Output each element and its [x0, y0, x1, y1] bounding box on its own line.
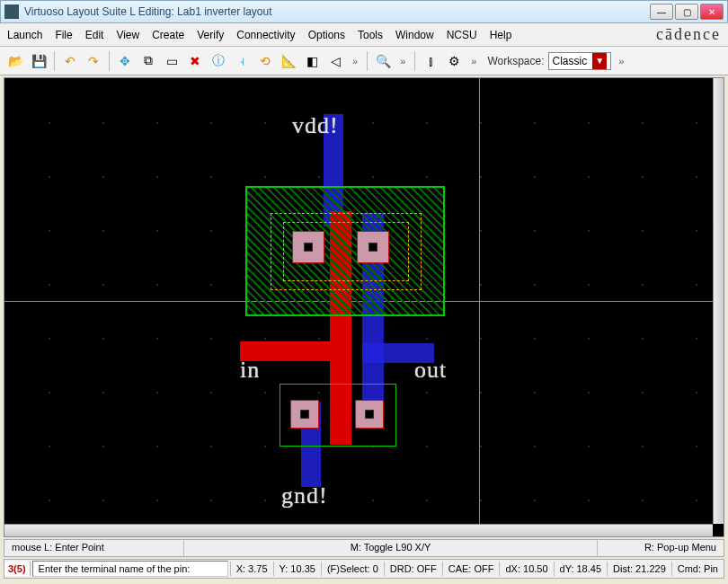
contact-nmos-right: [355, 400, 384, 429]
close-button[interactable]: ✕: [700, 4, 724, 20]
menu-launch[interactable]: Launch: [7, 29, 42, 41]
menu-create[interactable]: Create: [152, 29, 184, 41]
menu-edit[interactable]: Edit: [85, 29, 104, 41]
toolbar-overflow-icon[interactable]: »: [400, 56, 405, 66]
titlebar: Virtuoso Layout Suite L Editing: Lab1 in…: [0, 0, 728, 23]
layout-shapes: vdd! in out gnd!: [4, 78, 713, 524]
mouse-mid-hint: M: Toggle L90 X/Y: [184, 540, 598, 556]
menu-options[interactable]: Options: [308, 29, 345, 41]
cae-status: CAE: OFF: [442, 562, 500, 576]
fselect: (F)Select: 0: [321, 562, 384, 576]
separator: [54, 51, 55, 71]
contact-pmos-left: [292, 231, 324, 263]
menu-tools[interactable]: Tools: [358, 29, 383, 41]
toolbar-overflow-icon[interactable]: »: [352, 56, 358, 66]
mouse-right-hint: R: Pop-up Menu: [598, 540, 724, 556]
drd-status: DRD: OFF: [384, 562, 442, 576]
via: [304, 243, 313, 252]
shape-icon[interactable]: ◧: [302, 51, 322, 71]
status-badge: 3(5): [4, 562, 31, 576]
via: [368, 243, 377, 252]
via: [300, 410, 309, 419]
separator: [367, 51, 368, 71]
path-icon[interactable]: ◁: [325, 51, 345, 71]
menu-help[interactable]: Help: [490, 29, 512, 41]
menu-verify[interactable]: Verify: [197, 29, 224, 41]
workspace-select[interactable]: Classic ▼: [548, 52, 612, 70]
mouse-left-hint: mouse L: Enter Point: [4, 540, 184, 556]
dx: dX: 10.50: [499, 562, 553, 576]
info-icon[interactable]: ⓘ: [209, 51, 228, 71]
contact-nmos-left: [290, 400, 319, 429]
coord-y: Y: 10.35: [273, 562, 321, 576]
minimize-button[interactable]: —: [650, 4, 673, 20]
toolbar: 📂 💾 ↶ ↷ ✥ ⧉ ▭ ✖ ⓘ ⫞ ⟲ 📐 ◧ ◁ » 🔍 » ⫿ ⚙ » …: [0, 47, 728, 75]
command-status-bar: 3(5) Enter the terminal name of the pin:…: [4, 559, 724, 579]
net-label-vdd: vdd!: [292, 112, 339, 139]
coord-x: X: 3.75: [230, 562, 273, 576]
zoom-icon[interactable]: 🔍: [373, 51, 393, 71]
window-buttons: — ▢ ✕: [650, 4, 724, 20]
via: [365, 410, 374, 419]
command-prompt[interactable]: Enter the terminal name of the pin:: [32, 561, 228, 577]
workspace-value: Classic: [553, 55, 588, 67]
dy: dY: 18.45: [554, 562, 608, 576]
save-icon[interactable]: 💾: [29, 51, 49, 71]
copy-icon[interactable]: ⧉: [138, 51, 158, 71]
gear-icon[interactable]: ⚙: [444, 51, 464, 71]
stretch-icon[interactable]: ▭: [162, 51, 182, 71]
workspace-label: Workspace:: [487, 55, 544, 67]
net-label-in: in: [240, 357, 260, 384]
move-icon[interactable]: ✥: [115, 51, 135, 71]
redo-icon[interactable]: ↷: [84, 51, 103, 71]
window-title: Virtuoso Layout Suite L Editing: Lab1 in…: [24, 5, 650, 18]
separator: [109, 51, 110, 71]
vertical-scrollbar[interactable]: [713, 78, 724, 524]
mouse-status-bar: mouse L: Enter Point M: Toggle L90 X/Y R…: [4, 539, 724, 557]
menu-window[interactable]: Window: [395, 29, 434, 41]
ruler-icon[interactable]: 📐: [279, 51, 298, 71]
horizontal-scrollbar[interactable]: [4, 524, 713, 536]
menu-ncsu[interactable]: NCSU: [447, 29, 477, 41]
dist: Dist: 21.229: [607, 562, 671, 576]
delete-icon[interactable]: ✖: [185, 51, 205, 71]
chevron-down-icon: ▼: [592, 53, 607, 69]
open-icon[interactable]: 📂: [5, 51, 25, 71]
maximize-button[interactable]: ▢: [675, 4, 698, 20]
menu-file[interactable]: File: [55, 29, 72, 41]
menu-connectivity[interactable]: Connectivity: [236, 29, 295, 41]
toolbar-overflow-icon[interactable]: »: [471, 56, 476, 66]
rotate-icon[interactable]: ⟲: [255, 51, 275, 71]
align-icon[interactable]: ⫞: [232, 51, 252, 71]
undo-icon[interactable]: ↶: [60, 51, 80, 71]
net-label-out: out: [414, 357, 447, 384]
menubar: Launch File Edit View Create Verify Conn…: [0, 23, 728, 47]
cmd: Cmd: Pin: [671, 562, 724, 576]
separator: [414, 51, 415, 71]
menu-view[interactable]: View: [116, 29, 139, 41]
toolbar-overflow-icon[interactable]: »: [618, 56, 624, 66]
layout-canvas[interactable]: vdd! in out gnd!: [4, 77, 724, 537]
brand-logo: cādence: [656, 25, 721, 44]
contact-pmos-right: [357, 231, 389, 263]
app-icon: [4, 4, 19, 19]
layers-icon[interactable]: ⫿: [421, 51, 440, 71]
net-label-gnd: gnd!: [281, 482, 328, 509]
